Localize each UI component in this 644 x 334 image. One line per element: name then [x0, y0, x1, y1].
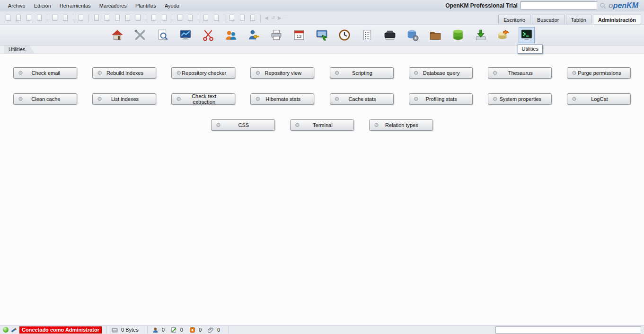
tab-escritorio[interactable]: Escritorio [498, 15, 530, 24]
menu-edicion[interactable]: Edición [30, 1, 55, 10]
database-green-icon [452, 29, 464, 41]
utility-button-logcat[interactable]: ⚙LogCat [567, 93, 631, 105]
utility-button-repository-checker[interactable]: ⚙Repository checker [171, 67, 235, 79]
toolbar-icon-button[interactable] [227, 13, 237, 23]
toolbar-icon-button[interactable] [14, 13, 23, 23]
folder-button[interactable] [428, 27, 443, 43]
report-list-button[interactable] [360, 27, 375, 43]
brush-icon [11, 327, 17, 333]
scanner-button[interactable] [382, 27, 397, 43]
users-button[interactable] [223, 27, 238, 43]
header-search-input[interactable] [520, 1, 597, 9]
utility-button-label: Relation types [379, 122, 424, 128]
statusbar-input[interactable] [495, 326, 641, 334]
menu-marcadores[interactable]: Marcadores [95, 1, 131, 10]
gear-icon: ⚙ [18, 96, 23, 102]
tools-button[interactable] [132, 27, 148, 43]
database-config-button[interactable] [405, 27, 420, 43]
toolbar-icon-button[interactable] [35, 13, 44, 23]
tab-buscador[interactable]: Buscador [532, 15, 564, 24]
toolbar-icon-button[interactable] [102, 13, 112, 23]
toolbar-icon-button[interactable] [212, 13, 221, 23]
utility-button-css[interactable]: ⚙CSS [211, 119, 275, 131]
system-monitor-button[interactable] [178, 27, 193, 43]
toolbar-separator [224, 14, 224, 22]
import-icon [475, 29, 487, 41]
document-icon [79, 15, 83, 21]
document-icon [6, 15, 10, 21]
utility-button-purge-permissions[interactable]: ⚙Purge permissions [567, 67, 631, 79]
gear-icon: ⚙ [374, 122, 379, 128]
search-icon[interactable] [600, 2, 606, 9]
monitor-edit-button[interactable] [314, 27, 329, 43]
utility-button-repository-view[interactable]: ⚙Repository view [250, 67, 314, 79]
user-count-icon [152, 327, 159, 333]
export-icon [497, 29, 510, 41]
clock-button[interactable] [337, 27, 352, 43]
toolbar-icon-button[interactable] [61, 13, 70, 23]
utility-button-thesaurus[interactable]: ⚙Thesaurus [488, 67, 552, 79]
utility-button-system-properties[interactable]: ⚙System properties [488, 93, 552, 105]
document-icon [53, 15, 57, 21]
utility-button-terminal[interactable]: ⚙Terminal [290, 119, 354, 131]
toolbar-icon-button[interactable] [238, 13, 247, 23]
utility-button-cache-stats[interactable]: ⚙Cache stats [330, 93, 394, 105]
utility-button-relation-types[interactable]: ⚙Relation types [369, 119, 433, 131]
breadcrumb[interactable]: Utilities [4, 45, 35, 54]
document-icon [63, 15, 68, 21]
toolbar-icon-button[interactable] [76, 13, 86, 23]
toolbar-icon-button[interactable] [133, 13, 143, 23]
utility-button-profiling-stats[interactable]: ⚙Profiling stats [409, 93, 473, 105]
search-document-button[interactable] [155, 27, 170, 43]
utility-button-label: Terminal [300, 122, 345, 128]
scissors-button[interactable] [201, 27, 216, 43]
menu-herramientas[interactable]: Herramientas [55, 1, 95, 10]
back-icon[interactable]: ◀ [263, 15, 270, 20]
import-button[interactable] [473, 27, 488, 43]
utility-button-check-text-extraction[interactable]: ⚙Check text extraction [171, 93, 235, 105]
menu-archivo[interactable]: Archivo [4, 1, 30, 10]
home-tool-button[interactable] [110, 27, 125, 43]
gear-icon: ⚙ [97, 96, 102, 102]
utility-button-scripting[interactable]: ⚙Scripting [330, 67, 394, 79]
document-icon [26, 15, 31, 21]
printer-button[interactable] [269, 27, 284, 43]
utilities-terminal-button[interactable] [519, 27, 534, 43]
calendar-button[interactable]: 12 [291, 27, 307, 43]
toolbar-icon-button[interactable] [159, 13, 169, 23]
utility-button-list-indexes[interactable]: ⚙List indexes [92, 93, 156, 105]
search-icon-glyph [600, 2, 606, 9]
toolbar-icon-button[interactable] [185, 13, 195, 23]
toolbar-icon-button[interactable] [24, 13, 34, 23]
tab-administracion[interactable]: Administración [593, 15, 641, 24]
toolbar-icon-button[interactable] [123, 13, 132, 23]
toolbar-icon-button[interactable] [201, 13, 211, 23]
database-config-icon [406, 29, 419, 41]
export-button[interactable] [496, 27, 511, 43]
toolbar-icon-button[interactable] [248, 13, 257, 23]
scissors-icon [202, 29, 214, 41]
toolbar-icon-button[interactable] [149, 13, 159, 23]
utility-button-label: Thesaurus [498, 70, 543, 76]
document-icon [203, 15, 208, 21]
toolbar-icon-button[interactable] [113, 13, 122, 23]
tab-tablon[interactable]: Tablón [566, 15, 591, 24]
document-icon [94, 15, 99, 21]
menu-ayuda[interactable]: Ayuda [160, 1, 184, 10]
toolbar-icon-button[interactable] [50, 13, 60, 23]
refresh-icon[interactable]: ↺ [270, 15, 276, 20]
utility-button-hibernate-stats[interactable]: ⚙Hibernate stats [250, 93, 314, 105]
toolbar-icon-button[interactable] [92, 13, 101, 23]
admin-toolbar: 12 Utilities [0, 25, 644, 45]
utility-button-rebuild-indexes[interactable]: ⚙Rebuild indexes [92, 67, 156, 79]
utility-button-clean-cache[interactable]: ⚙Clean cache [13, 93, 77, 105]
toolbar-icon-button[interactable] [175, 13, 185, 23]
gear-icon: ⚙ [414, 70, 419, 76]
database-green-button[interactable] [450, 27, 466, 43]
menu-plantillas[interactable]: Plantillas [131, 1, 160, 10]
user-key-button[interactable] [246, 27, 261, 43]
forward-icon[interactable]: ▶ [276, 15, 283, 20]
toolbar-icon-button[interactable] [3, 13, 13, 23]
utility-button-check-email[interactable]: ⚙Check email [13, 67, 77, 79]
utility-button-database-query[interactable]: ⚙Database query [409, 67, 473, 79]
